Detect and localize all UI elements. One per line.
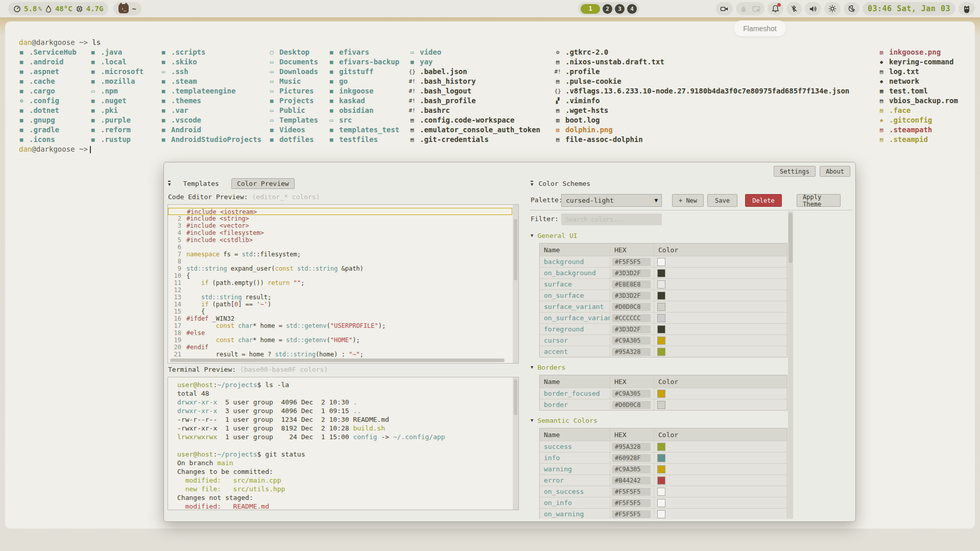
- file-item[interactable]: ▭Templates: [268, 115, 318, 125]
- color-swatch[interactable]: [657, 314, 665, 322]
- color-row[interactable]: surface_variant#D0D0C8: [540, 301, 787, 312]
- system-stats-pill[interactable]: 5.8% 48°C 4.7G: [8, 2, 108, 15]
- hex-value[interactable]: #95A328: [612, 348, 651, 356]
- file-item[interactable]: ▤.config.code-workspace: [408, 115, 540, 125]
- file-item[interactable]: ▭Music: [268, 77, 318, 86]
- color-swatch[interactable]: [657, 348, 665, 356]
- schemes-scrollbar[interactable]: [788, 211, 793, 519]
- brightness-button[interactable]: [824, 2, 841, 15]
- notifications-button[interactable]: [768, 2, 783, 15]
- hex-value[interactable]: #D0D0C8: [612, 303, 651, 311]
- color-swatch[interactable]: [657, 292, 665, 300]
- color-row[interactable]: warning#C9A305: [540, 463, 787, 474]
- color-row[interactable]: border#D0D0C8: [540, 399, 787, 410]
- file-item[interactable]: ▢Desktop: [268, 47, 318, 57]
- hex-value[interactable]: #60928F: [612, 454, 651, 462]
- color-row[interactable]: success#95A328: [540, 441, 787, 452]
- file-item[interactable]: ■.microsoft: [89, 67, 144, 77]
- hex-value[interactable]: #CCCCCC: [612, 314, 651, 322]
- file-item[interactable]: ■.steam: [159, 77, 261, 86]
- workspace-4[interactable]: 4: [627, 4, 637, 14]
- terminal-launcher-pill[interactable]: ›_ ~: [113, 2, 141, 15]
- color-swatch[interactable]: [657, 476, 665, 485]
- color-row[interactable]: accent#95A328: [540, 346, 787, 357]
- hex-value[interactable]: #95A328: [612, 443, 651, 451]
- file-item[interactable]: ■obsidian: [327, 106, 399, 115]
- clock-pill[interactable]: 03:46 Sat, Jan 03: [863, 2, 955, 15]
- hex-value[interactable]: #C9A305: [612, 337, 651, 345]
- file-item[interactable]: ■Videos: [268, 125, 318, 135]
- file-item[interactable]: ■.local: [89, 57, 144, 67]
- color-row[interactable]: on_surface#3D3D2F: [540, 290, 787, 301]
- file-item[interactable]: ■.java: [89, 47, 144, 57]
- file-item[interactable]: ■.mozilla: [89, 77, 144, 86]
- section-header[interactable]: ▼General UI: [530, 231, 795, 240]
- file-item[interactable]: ■kaskad: [327, 96, 399, 106]
- file-item[interactable]: ⚙.gtkrc-2.0: [554, 47, 849, 57]
- hex-value[interactable]: #F5F5F5: [612, 499, 651, 507]
- tab-templates[interactable]: Templates: [178, 179, 224, 188]
- section-collapse-icon[interactable]: ▼: [531, 418, 533, 423]
- file-item[interactable]: ■templates_test: [327, 125, 399, 135]
- file-item[interactable]: ▭Pictures: [268, 86, 318, 96]
- file-item[interactable]: ▤log.txt: [877, 67, 958, 77]
- hex-value[interactable]: #3D3D2F: [612, 269, 651, 277]
- file-item[interactable]: ■Android: [159, 125, 261, 135]
- file-item[interactable]: ■.pki: [89, 106, 144, 115]
- apply-theme-button[interactable]: Apply Theme: [797, 194, 841, 207]
- file-item[interactable]: #!.bashrc: [408, 106, 540, 115]
- file-item[interactable]: ■.gradle: [17, 125, 77, 135]
- file-item[interactable]: ■go: [327, 77, 399, 86]
- color-swatch[interactable]: [657, 390, 665, 398]
- hex-value[interactable]: #B44242: [612, 476, 651, 485]
- hex-value[interactable]: #C9A305: [612, 390, 651, 398]
- file-item[interactable]: {}.v8flags.13.6.233.10-node.27.9180b4da3…: [554, 86, 849, 96]
- terminal-preview[interactable]: user@host:~/projects$ ls -latotal 48drwx…: [168, 377, 519, 510]
- color-row[interactable]: on_background#3D3D2F: [540, 267, 787, 278]
- color-row[interactable]: error#B44242: [540, 474, 787, 486]
- file-item[interactable]: ■.gnupg: [17, 115, 77, 125]
- hex-value[interactable]: #3D3D2F: [612, 292, 651, 300]
- inactive-tools-pill[interactable]: [736, 2, 764, 15]
- file-item[interactable]: ■gitstuff: [327, 67, 399, 77]
- file-item[interactable]: ■.rustup: [89, 135, 144, 145]
- color-row[interactable]: surface#E8E8E8: [540, 278, 787, 290]
- color-swatch[interactable]: [657, 488, 665, 496]
- color-swatch[interactable]: [657, 269, 665, 277]
- hex-value[interactable]: #F5F5F5: [612, 488, 651, 496]
- section-collapse-icon[interactable]: ▼: [531, 233, 533, 238]
- file-item[interactable]: ◈.gitconfig: [877, 115, 958, 125]
- file-item[interactable]: ▤vbios_backup.rom: [877, 96, 958, 106]
- color-swatch[interactable]: [657, 454, 665, 462]
- file-item[interactable]: #!.bash_logout: [408, 86, 540, 96]
- file-item[interactable]: ■.dotnet: [17, 106, 77, 115]
- file-item[interactable]: ■Projects: [268, 96, 318, 106]
- file-item[interactable]: ▤file-assoc-dolphin: [554, 135, 849, 145]
- file-item[interactable]: ■.purple: [89, 115, 144, 125]
- file-item[interactable]: ▭Public: [268, 106, 318, 115]
- file-item[interactable]: ▭.ssh: [159, 67, 261, 77]
- file-item[interactable]: ▤.pulse-cookie: [554, 77, 849, 86]
- file-item[interactable]: ■.reform: [89, 125, 144, 135]
- file-item[interactable]: {}.babel.json: [408, 67, 540, 77]
- color-row[interactable]: background#F5F5F5: [540, 256, 787, 267]
- bluetooth-button[interactable]: [786, 2, 802, 15]
- delete-button[interactable]: Delete: [745, 194, 782, 207]
- color-row[interactable]: on_warning#F5F5F5: [540, 508, 787, 519]
- file-item[interactable]: ▭src: [327, 115, 399, 125]
- file-item[interactable]: ▭Documents: [268, 57, 318, 67]
- file-item[interactable]: ▤.git-credentials: [408, 135, 540, 145]
- about-button[interactable]: About: [820, 166, 850, 177]
- color-swatch[interactable]: [657, 443, 665, 451]
- collapse-schemes-icon[interactable]: ▼: [531, 181, 533, 186]
- volume-button[interactable]: [805, 2, 821, 15]
- color-swatch[interactable]: [657, 258, 665, 266]
- file-item[interactable]: ■.scripts: [159, 47, 261, 57]
- file-item[interactable]: ▧inkgoose.png: [877, 47, 958, 57]
- file-item[interactable]: ■.android: [17, 57, 77, 67]
- file-item[interactable]: #!.profile: [554, 67, 849, 77]
- file-item[interactable]: ▧dolphin.png: [554, 125, 849, 135]
- file-item[interactable]: ■.themes: [159, 96, 261, 106]
- code-editor-preview[interactable]: #include <iostream>2#include <string>3#i…: [168, 204, 519, 364]
- palette-dropdown[interactable]: cursed-light ▼: [561, 194, 662, 207]
